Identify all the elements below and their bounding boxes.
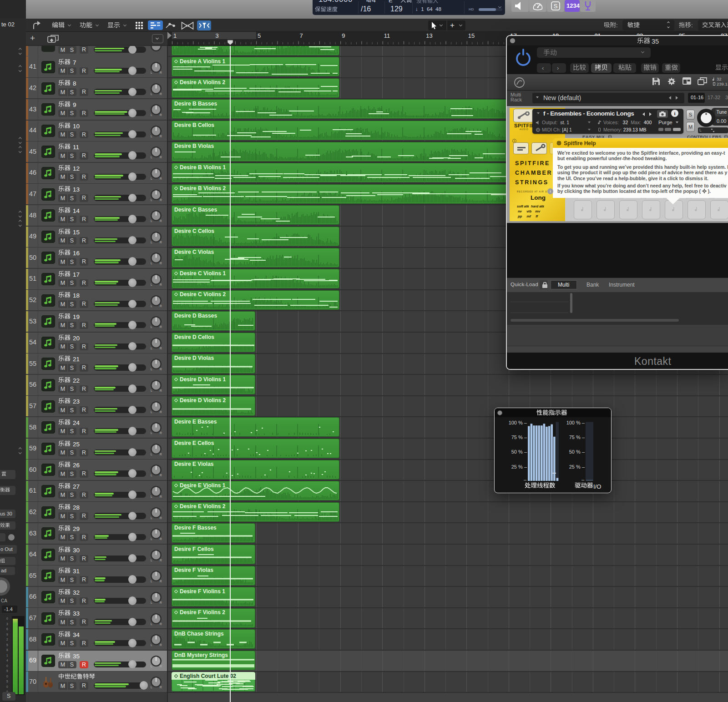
svg-text:S: S xyxy=(554,3,558,10)
